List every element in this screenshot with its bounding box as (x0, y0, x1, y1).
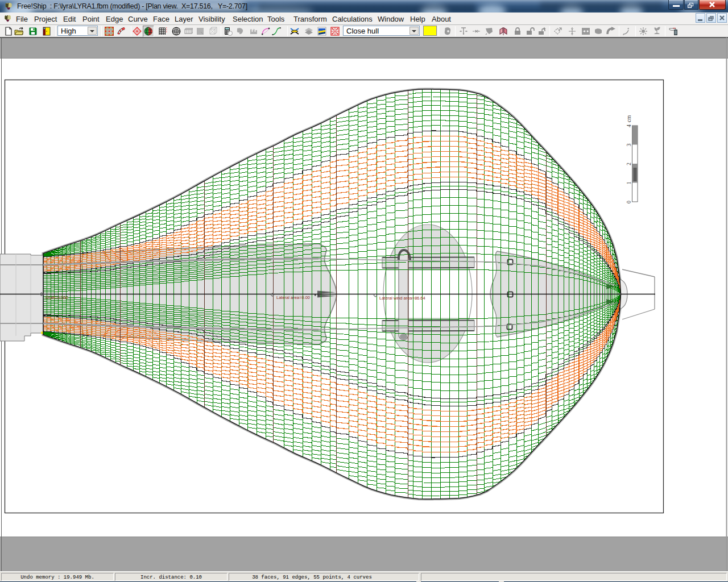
svg-text:0: 0 (626, 201, 632, 203)
svg-text:2: 2 (626, 163, 632, 165)
svg-text:1: 1 (626, 182, 632, 185)
svg-text:3: 3 (626, 144, 632, 147)
svg-text:cm: cm (626, 115, 632, 122)
svg-text:Lateral area=0.00: Lateral area=0.00 (276, 295, 310, 300)
svg-text:Draft=0.000: Draft=0.000 (46, 295, 68, 300)
svg-text:Lateral wind area=86.64: Lateral wind area=86.64 (379, 296, 425, 301)
svg-text:4: 4 (626, 124, 632, 127)
